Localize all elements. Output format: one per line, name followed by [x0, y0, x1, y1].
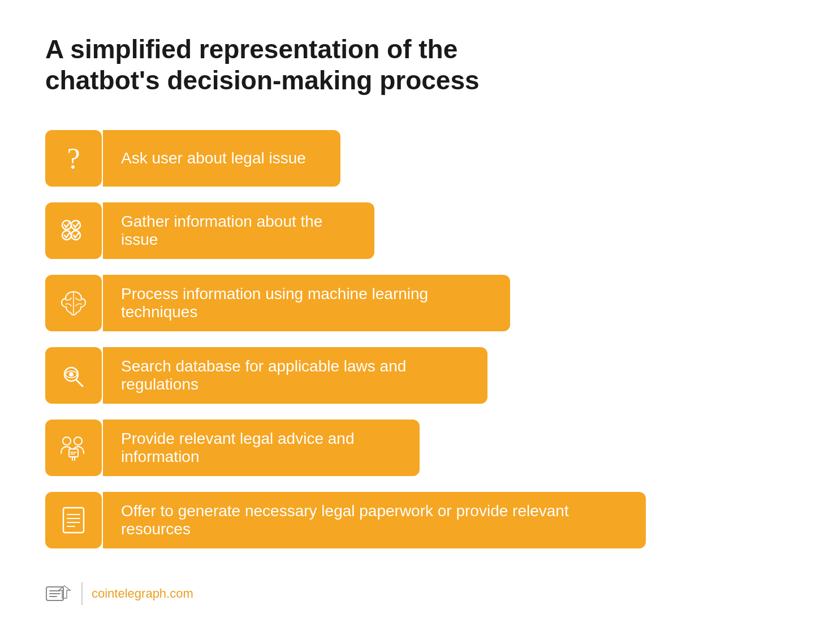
svg-point-7 — [70, 373, 73, 376]
step-text-4: Search database for applicable laws and … — [121, 357, 469, 394]
step-row-3: Process information using machine learni… — [45, 275, 775, 331]
step-row-4: Search database for applicable laws and … — [45, 347, 775, 404]
step-icon-3 — [45, 275, 102, 331]
question-icon: ? — [67, 142, 80, 175]
step-row-5: Provide relevant legal advice and inform… — [45, 420, 775, 476]
step-icon-6 — [45, 492, 102, 548]
page-title: A simplified representation of the chatb… — [45, 34, 554, 96]
step-icon-4 — [45, 347, 102, 404]
svg-line-8 — [76, 380, 83, 386]
step-label-1: Ask user about legal issue — [103, 130, 340, 187]
brand-logo-icon — [45, 582, 72, 605]
step-text-1: Ask user about legal issue — [121, 149, 306, 167]
footer: cointelegraph.com — [45, 582, 775, 605]
brain-icon — [58, 287, 89, 319]
step-label-2: Gather information about the issue — [103, 202, 374, 259]
steps-container: ? Ask user about legal issue Gather info… — [45, 130, 775, 548]
people-icon — [58, 432, 89, 464]
svg-point-1 — [71, 221, 80, 230]
step-label-5: Provide relevant legal advice and inform… — [103, 420, 420, 476]
step-text-6: Offer to generate necessary legal paperw… — [121, 502, 628, 538]
step-text-5: Provide relevant legal advice and inform… — [121, 430, 402, 466]
svg-point-3 — [71, 231, 80, 240]
step-label-6: Offer to generate necessary legal paperw… — [103, 492, 646, 548]
step-row-2: Gather information about the issue — [45, 202, 775, 259]
step-label-3: Process information using machine learni… — [103, 275, 510, 331]
step-row-1: ? Ask user about legal issue — [45, 130, 775, 187]
footer-brand: cointelegraph.com — [92, 586, 193, 601]
checklist-icon — [58, 215, 89, 247]
footer-divider — [81, 582, 83, 605]
search-icon — [58, 360, 89, 391]
step-text-3: Process information using machine learni… — [121, 285, 492, 321]
svg-rect-11 — [69, 449, 78, 457]
document-icon — [58, 504, 89, 536]
step-row-6: Offer to generate necessary legal paperw… — [45, 492, 775, 548]
svg-point-9 — [63, 437, 71, 445]
step-text-2: Gather information about the issue — [121, 213, 356, 249]
svg-point-10 — [74, 437, 82, 445]
step-icon-5 — [45, 420, 102, 476]
step-label-4: Search database for applicable laws and … — [103, 347, 487, 404]
svg-point-2 — [62, 231, 71, 240]
step-icon-2 — [45, 202, 102, 259]
step-icon-1: ? — [45, 130, 102, 187]
svg-point-0 — [62, 221, 71, 230]
svg-rect-16 — [63, 508, 84, 533]
